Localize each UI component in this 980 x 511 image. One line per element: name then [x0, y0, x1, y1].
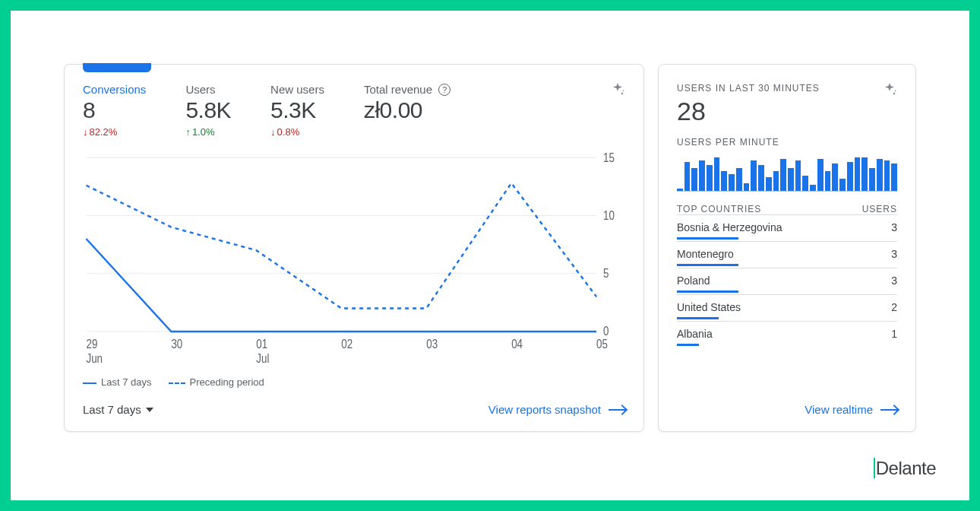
metric-users[interactable]: Users5.8K↑1.0%	[185, 83, 231, 138]
insights-sparkle-icon[interactable]	[609, 81, 627, 103]
metric-value: 5.3K	[270, 97, 324, 123]
caret-down-icon	[146, 408, 153, 412]
metric-value: 5.8K	[185, 97, 231, 123]
upm-bar	[884, 160, 890, 191]
active-tab-indicator	[83, 63, 151, 72]
upm-bar	[744, 183, 750, 191]
delante-logo: Delante	[874, 458, 936, 479]
svg-point-20	[895, 90, 896, 92]
country-row[interactable]: Albania1	[677, 321, 897, 348]
svg-text:02: 02	[341, 336, 352, 351]
upm-bar	[714, 157, 720, 191]
country-row[interactable]: Bosnia & Herzegovina3	[677, 214, 897, 241]
upm-bar	[691, 168, 697, 191]
upm-bar	[839, 179, 846, 191]
svg-text:10: 10	[603, 208, 615, 223]
view-reports-snapshot-link[interactable]: View reports snapshot	[488, 403, 625, 416]
upm-bar	[802, 176, 808, 191]
upm-bar	[780, 159, 786, 191]
upm-bar	[869, 168, 875, 191]
realtime-title: USERS IN LAST 30 MINUTES	[677, 83, 897, 94]
overview-card: Conversions8↓82.2%Users5.8K↑1.0%New user…	[64, 64, 644, 432]
metric-new-users[interactable]: New users5.3K↓0.8%	[270, 83, 324, 138]
country-bar	[677, 290, 738, 293]
upm-bar	[847, 162, 853, 191]
svg-text:30: 30	[171, 336, 182, 351]
country-name: Albania	[677, 328, 713, 340]
svg-point-1	[623, 90, 624, 92]
upm-bar	[721, 171, 727, 191]
upm-bar	[825, 171, 831, 191]
legend-label-dashed: Preceding period	[190, 376, 264, 388]
insights-sparkle-icon[interactable]	[880, 81, 899, 103]
metric-conversions[interactable]: Conversions8↓82.2%	[83, 83, 146, 138]
country-users: 3	[891, 275, 897, 287]
country-bar	[677, 317, 719, 319]
upm-bar	[861, 157, 868, 191]
users-per-minute-bar-chart	[677, 154, 897, 192]
metric-label: Conversions	[83, 83, 146, 96]
top-countries-heading: TOP COUNTRIES	[677, 204, 761, 214]
svg-text:15: 15	[603, 151, 615, 164]
country-name: Montenegro	[677, 248, 734, 260]
arrow-right-icon	[609, 409, 625, 411]
svg-point-19	[893, 93, 895, 94]
svg-text:29: 29	[86, 336, 97, 351]
upm-bar	[736, 168, 742, 191]
legend-swatch-solid	[83, 382, 96, 384]
upm-label: USERS PER MINUTE	[677, 137, 897, 148]
legend-swatch-dashed	[169, 382, 185, 384]
metric-label: Total revenue ?	[364, 83, 450, 96]
svg-point-0	[621, 93, 623, 94]
country-name: United States	[677, 301, 741, 313]
link-label: View realtime	[805, 403, 873, 416]
upm-bar	[699, 160, 705, 191]
metric-value: zł0.00	[364, 97, 450, 123]
chart-legend: Last 7 days Preceding period	[83, 376, 625, 388]
metric-total-revenue[interactable]: Total revenue ?zł0.00	[364, 83, 450, 138]
country-bar	[677, 344, 699, 346]
country-row[interactable]: United States2	[677, 294, 897, 321]
svg-text:Jul: Jul	[256, 351, 269, 366]
country-bar	[677, 264, 738, 266]
country-users: 1	[891, 328, 897, 340]
metric-value: 8	[83, 97, 146, 123]
metric-label: New users	[270, 83, 324, 96]
realtime-card: USERS IN LAST 30 MINUTES 28 USERS PER MI…	[658, 64, 916, 432]
metric-delta: ↑1.0%	[185, 126, 231, 138]
metric-delta: ↓82.2%	[83, 126, 146, 138]
upm-bar	[891, 163, 897, 191]
link-label: View reports snapshot	[488, 403, 601, 416]
country-row[interactable]: Montenegro3	[677, 241, 897, 268]
upm-bar	[729, 174, 735, 191]
legend-label-solid: Last 7 days	[101, 376, 152, 388]
country-row[interactable]: Poland3	[677, 268, 897, 294]
upm-bar	[766, 177, 772, 191]
date-range-label: Last 7 days	[83, 403, 141, 416]
upm-bar	[788, 168, 794, 191]
users-heading: USERS	[862, 204, 897, 214]
upm-bar	[751, 160, 757, 191]
svg-text:04: 04	[511, 336, 523, 351]
date-range-picker[interactable]: Last 7 days	[83, 403, 153, 416]
upm-bar	[707, 165, 713, 191]
svg-text:01: 01	[256, 336, 267, 351]
country-name: Bosnia & Herzegovina	[677, 221, 782, 233]
upm-bar	[810, 185, 816, 191]
help-icon[interactable]: ?	[438, 84, 450, 96]
view-realtime-link[interactable]: View realtime	[805, 403, 897, 416]
arrow-right-icon	[880, 409, 897, 411]
svg-text:5: 5	[603, 266, 609, 281]
country-users: 3	[891, 248, 897, 260]
svg-text:05: 05	[596, 336, 608, 351]
upm-bar	[758, 165, 764, 191]
upm-bar	[855, 157, 861, 191]
svg-text:Jun: Jun	[86, 351, 103, 366]
conversions-line-chart: 05101529Jun3001Jul02030405	[83, 151, 625, 369]
upm-bar	[795, 160, 801, 191]
metric-label: Users	[185, 83, 231, 96]
country-bar	[677, 237, 738, 240]
realtime-users-value: 28	[677, 97, 897, 126]
country-users: 2	[891, 301, 897, 313]
upm-bar	[677, 189, 683, 191]
